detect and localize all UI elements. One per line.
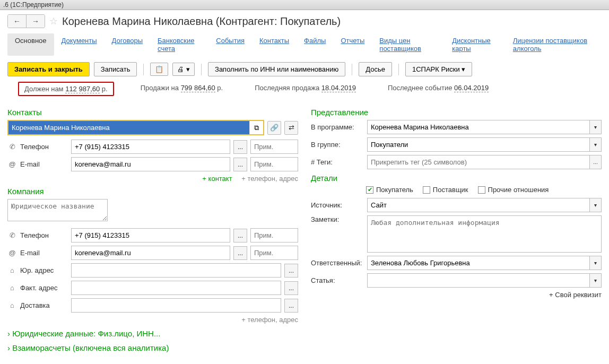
summary-sales: Продажи на 799 864,60 р. <box>135 82 228 96</box>
favorite-star-icon[interactable]: ☆ <box>49 15 58 27</box>
group-input[interactable] <box>367 137 590 152</box>
tab-bar: Основное Документы Договоры Банковские с… <box>7 33 602 56</box>
company-name-input[interactable] <box>7 199 108 221</box>
fact-address-more-button[interactable]: ... <box>284 281 298 295</box>
legal-address-more-button[interactable]: ... <box>284 264 298 278</box>
company-phone-input[interactable] <box>71 228 230 242</box>
toolbar-divider <box>352 64 352 75</box>
delivery-address-more-button[interactable]: ... <box>284 299 298 313</box>
toolbar-divider <box>398 64 399 75</box>
home-icon: ⌂ <box>7 301 17 309</box>
email-input[interactable] <box>71 157 230 171</box>
email-more-button[interactable]: ... <box>233 158 247 171</box>
group-dropdown-button[interactable]: ▾ <box>590 137 602 152</box>
tab-contacts[interactable]: Контакты <box>252 33 297 56</box>
tags-input[interactable] <box>367 155 590 169</box>
notes-label: Заметки: <box>311 215 364 223</box>
tags-more-button[interactable]: ... <box>590 155 602 169</box>
save-button[interactable]: Записать <box>94 62 137 76</box>
phone-more-button[interactable]: ... <box>233 140 247 154</box>
company-phone-note-input[interactable] <box>250 228 298 242</box>
mail-icon: @ <box>7 249 17 257</box>
swap-button[interactable]: ⇄ <box>284 121 298 135</box>
debt-value[interactable]: 112 987,60 <box>65 85 100 93</box>
tab-bank-accounts[interactable]: Банковские счета <box>150 33 208 56</box>
fact-address-input[interactable] <box>71 281 281 295</box>
tab-price-types[interactable]: Виды цен поставщиков <box>372 33 445 56</box>
company-phone-more-button[interactable]: ... <box>233 229 247 242</box>
toolbar-divider <box>201 64 202 75</box>
responsible-dropdown-button[interactable]: ▾ <box>590 256 602 270</box>
copy-button[interactable]: 📋 <box>150 63 168 76</box>
link-button[interactable]: 🔗 <box>267 121 281 135</box>
supplier-checkbox-item[interactable]: Поставщик <box>423 186 468 194</box>
email-note-input[interactable] <box>250 157 298 171</box>
group-label: В группе: <box>311 141 364 149</box>
home-icon: ⌂ <box>7 284 17 292</box>
legal-address-input[interactable] <box>71 263 281 278</box>
summary-debt: Должен нам 112 987,60 р. <box>18 82 114 96</box>
company-phone-label: Телефон <box>20 231 68 239</box>
phone-label: Телефон <box>20 143 68 151</box>
delivery-address-label: Доставка <box>20 301 68 309</box>
window-titlebar: .6 (1С:Предприятие) <box>0 0 609 10</box>
last-event-date[interactable]: 06.04.2019 <box>454 84 489 92</box>
add-phone-address-link[interactable]: + телефон, адрес <box>241 175 298 183</box>
dossier-button[interactable]: Досье <box>359 62 392 76</box>
article-label: Статья: <box>311 276 364 284</box>
presentation-section-title: Представление <box>311 108 602 117</box>
add-phone-address-link-2[interactable]: + телефон, адрес <box>241 316 298 324</box>
print-button[interactable]: 🖨 ▾ <box>172 63 195 76</box>
phone-input[interactable] <box>71 140 230 154</box>
program-dropdown-button[interactable]: ▾ <box>590 120 602 134</box>
expand-name-button[interactable]: ⧉ <box>249 121 263 134</box>
tab-contracts[interactable]: Договоры <box>105 33 150 56</box>
other-checkbox-item[interactable]: Прочие отношения <box>478 186 549 194</box>
buyer-checkbox[interactable]: ✔ <box>366 186 373 194</box>
save-close-button[interactable]: Записать и закрыть <box>7 62 90 76</box>
phone-icon: ✆ <box>7 143 17 151</box>
toolbar-divider <box>143 64 144 75</box>
tab-files[interactable]: Файлы <box>297 33 333 56</box>
tab-licenses[interactable]: Лицензии поставщиков алкоголь <box>506 33 602 56</box>
tab-documents[interactable]: Документы <box>54 33 105 56</box>
phone-icon: ✆ <box>7 231 17 239</box>
nav-forward-button[interactable]: → <box>26 15 45 28</box>
page-title: Коренева Марина Николаевна (Контрагент: … <box>62 15 341 28</box>
article-dropdown-button[interactable]: ▾ <box>590 273 602 288</box>
company-email-label: E-mail <box>20 249 68 257</box>
program-label: В программе: <box>311 123 364 131</box>
tab-events[interactable]: События <box>208 33 252 56</box>
sales-value[interactable]: 799 864,60 <box>181 84 215 92</box>
last-sale-date[interactable]: 18.04.2019 <box>321 84 356 92</box>
legal-data-expand[interactable]: Юридические данные: Физ.лицо, ИНН... <box>7 329 298 338</box>
source-label: Источник: <box>311 201 364 209</box>
notes-textarea[interactable] <box>367 215 602 253</box>
program-input[interactable] <box>367 120 590 134</box>
phone-note-input[interactable] <box>250 140 298 154</box>
contact-name-input[interactable] <box>8 121 249 134</box>
summary-last-sale: Последняя продажа 18.04.2019 <box>249 82 361 96</box>
buyer-checkbox-item[interactable]: ✔ Покупатель <box>366 186 413 194</box>
nav-back-button[interactable]: ← <box>8 15 26 28</box>
add-requisite-link[interactable]: + Свой реквизит <box>311 291 602 299</box>
add-contact-link[interactable]: + контакт <box>202 175 232 183</box>
tab-reports[interactable]: Отчеты <box>333 33 372 56</box>
company-email-more-button[interactable]: ... <box>233 246 247 260</box>
fill-inn-button[interactable]: Заполнить по ИНН или наименованию <box>208 62 345 76</box>
tab-discount-cards[interactable]: Дисконтные карты <box>445 33 506 56</box>
source-input[interactable] <box>367 198 590 212</box>
settlements-expand[interactable]: Взаиморасчеты (включена вся аналитика) <box>7 343 298 352</box>
tab-main[interactable]: Основное <box>7 33 54 56</box>
supplier-checkbox[interactable] <box>423 186 430 194</box>
contacts-section-title: Контакты <box>7 108 298 117</box>
company-email-input[interactable] <box>71 246 230 260</box>
other-checkbox[interactable] <box>478 186 485 194</box>
delivery-address-input[interactable] <box>71 298 281 313</box>
company-email-note-input[interactable] <box>250 246 298 260</box>
article-input[interactable] <box>367 273 590 288</box>
fact-address-label: Факт. адрес <box>20 284 68 292</box>
responsible-input[interactable] <box>367 256 590 270</box>
spark-button[interactable]: 1СПАРК Риски ▾ <box>405 62 473 76</box>
source-dropdown-button[interactable]: ▾ <box>590 198 602 212</box>
